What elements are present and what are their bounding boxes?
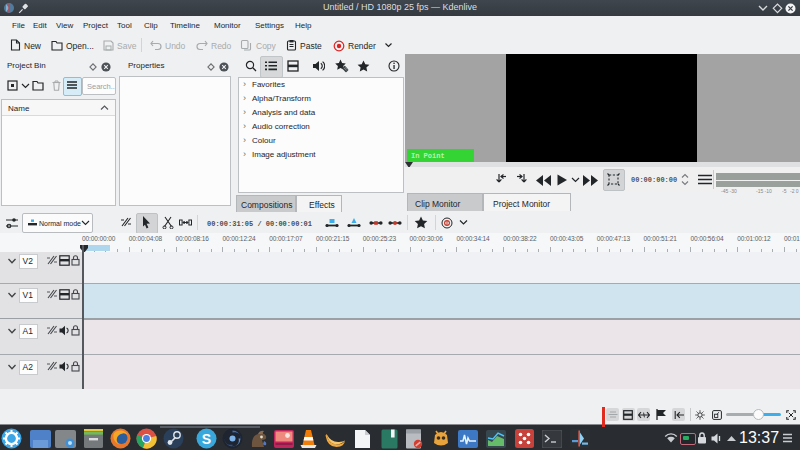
svg-text:S: S bbox=[201, 431, 210, 447]
